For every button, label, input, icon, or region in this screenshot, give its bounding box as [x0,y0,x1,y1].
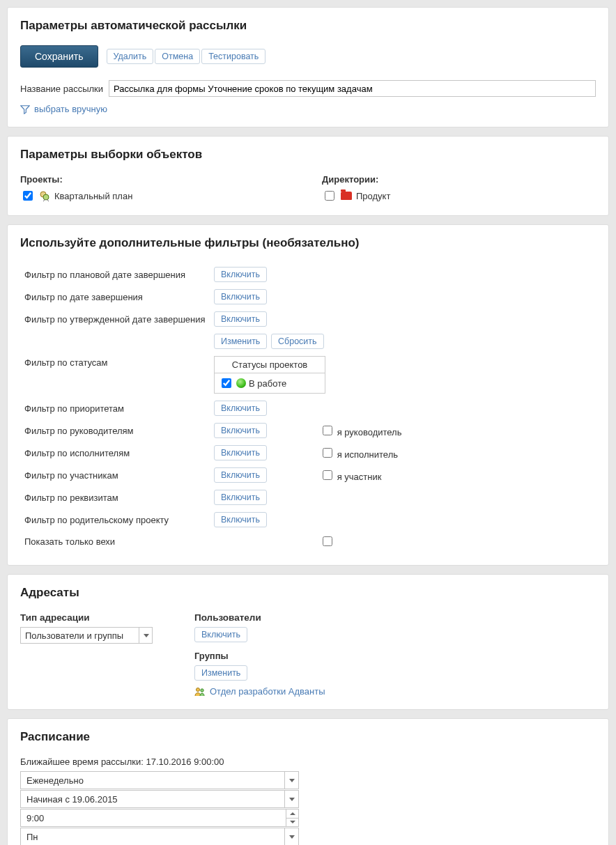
svg-point-2 [197,688,200,691]
directory-name: Продукт [356,191,390,201]
cancel-button[interactable]: Отмена [155,49,200,64]
reset-button[interactable]: Сбросить [271,334,324,349]
frequency-select[interactable]: Еженедельно [20,771,299,789]
time-spinner[interactable]: 9:00 [20,809,299,827]
spin-down[interactable] [286,819,298,827]
filter-managers-label: Фильтр по руководителям [22,420,210,441]
enable-users-button[interactable]: Включить [194,627,247,642]
filter-participants-label: Фильтр по участникам [22,465,210,486]
start-date-select[interactable]: Начиная с 19.06.2015 [20,790,299,808]
mailing-name-row: Название рассылки [20,80,596,97]
me-manager-checkbox[interactable] [323,426,332,435]
enable-button[interactable]: Включить [214,467,267,483]
filter-approved-end-label: Фильтр по утвержденной дате завершения [22,309,210,330]
folder-icon [341,192,352,200]
directories-label: Директории: [322,174,596,185]
addressing-type-select[interactable]: Пользователи и группы [20,627,153,644]
next-send-time: Ближайшее время рассылки: 17.10.2016 9:0… [20,757,596,767]
status-name: В работе [249,378,286,389]
chevron-down-icon [284,791,298,807]
group-name[interactable]: Отдел разработки Адванты [210,686,325,697]
manual-select-link[interactable]: выбрать вручную [20,104,596,114]
enable-button[interactable]: Включить [214,401,267,416]
filter-end-label: Фильтр по дате завершения [22,286,210,307]
delete-button[interactable]: Удалить [107,49,154,64]
spinner-buttons[interactable] [286,809,298,826]
addressing-type-label: Тип адресации [20,612,153,623]
chevron-down-icon [284,772,298,789]
day-select[interactable]: Пн [20,828,299,845]
status-list: Статусы проектов В работе [214,356,325,394]
project-item: Квартальный план [20,189,294,203]
enable-button[interactable]: Включить [214,289,267,304]
manual-select-label: выбрать вручную [34,104,107,114]
me-manager-option[interactable]: я руководитель [320,427,401,437]
save-button[interactable]: Сохранить [20,45,98,68]
panel-title: Адресаты [20,586,596,600]
spin-up[interactable] [286,809,298,819]
group-item: Отдел разработки Адванты [194,686,325,697]
groups-label: Группы [194,651,325,661]
panel-title: Параметры выборки объектов [20,148,596,162]
projects-label: Проекты: [20,174,294,185]
change-button[interactable]: Изменить [214,334,267,349]
project-checkbox[interactable] [23,191,33,201]
panel-schedule: Расписание Ближайшее время рассылки: 17.… [7,718,609,845]
panel-filters: Используйте дополнительные фильтры (необ… [7,224,609,566]
svg-point-1 [43,194,49,200]
show-milestones-checkbox[interactable] [323,536,332,546]
users-label: Пользователи [194,612,325,623]
filter-parent-project-label: Фильтр по родительскому проекту [22,509,210,530]
panel-auto-mailing-params: Параметры автоматической рассылки Сохран… [7,7,609,127]
directory-item: Продукт [322,189,596,203]
enable-button[interactable]: Включить [214,512,267,527]
panel-title: Расписание [20,730,596,744]
filter-assignees-label: Фильтр по исполнителям [22,442,210,463]
status-checkbox[interactable] [222,378,231,388]
enable-button[interactable]: Включить [214,267,267,282]
mailing-name-input[interactable] [109,80,596,97]
panel-object-selection: Параметры выборки объектов Проекты: Квар… [7,136,609,216]
status-item: В работе [215,373,325,393]
toolbar: Сохранить Удалить Отмена Тестировать [20,45,596,68]
directory-checkbox[interactable] [325,191,334,201]
filter-requisites-label: Фильтр по реквизитам [22,487,210,508]
filter-status-label: Фильтр по статусам [22,353,210,396]
project-name: Квартальный план [54,191,132,201]
change-groups-button[interactable]: Изменить [194,665,247,681]
panel-title: Используйте дополнительные фильтры (необ… [20,236,596,250]
mailing-name-label: Название рассылки [20,84,109,94]
filter-planned-end-label: Фильтр по плановой дате завершения [22,264,210,285]
enable-button[interactable]: Включить [214,311,267,327]
status-ball-icon [236,378,246,388]
me-participant-option[interactable]: я участник [320,472,381,482]
status-header: Статусы проектов [215,357,325,373]
panel-addressees: Адресаты Тип адресации Пользователи и гр… [7,574,609,710]
test-button[interactable]: Тестировать [201,49,265,64]
panel-title: Параметры автоматической рассылки [20,19,596,33]
funnel-icon [20,104,30,114]
show-milestones-label: Показать только вехи [22,532,210,551]
me-assignee-checkbox[interactable] [323,448,332,458]
enable-button[interactable]: Включить [214,445,267,460]
enable-button[interactable]: Включить [214,423,267,438]
chevron-down-icon [284,828,298,845]
filter-priority-label: Фильтр по приоритетам [22,398,210,419]
me-assignee-option[interactable]: я исполнитель [320,449,398,460]
users-icon [194,687,206,697]
enable-button[interactable]: Включить [214,490,267,505]
me-participant-checkbox[interactable] [323,470,332,480]
svg-point-3 [201,688,203,691]
project-icon [39,190,50,201]
